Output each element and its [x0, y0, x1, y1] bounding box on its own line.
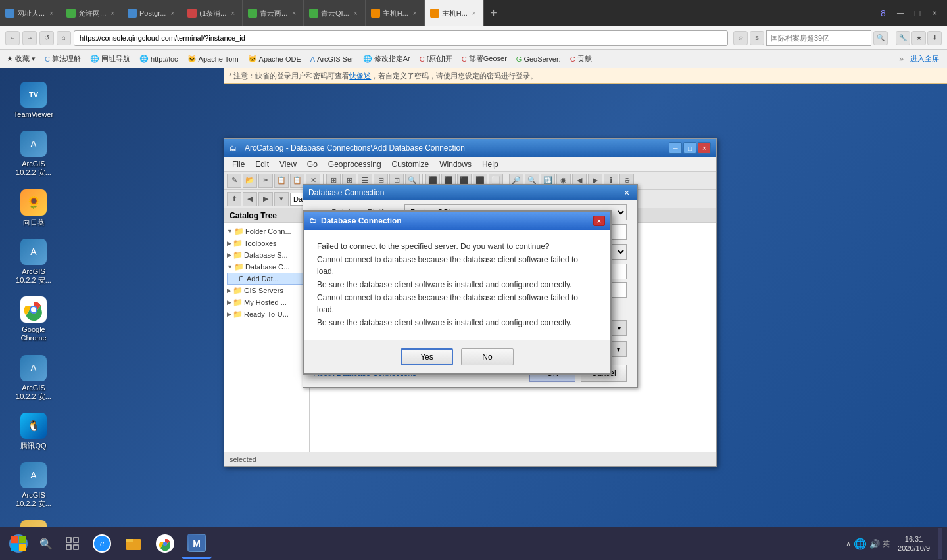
- tab-6[interactable]: 青云QI... ×: [304, 0, 366, 26]
- loc-up[interactable]: ⬆: [227, 192, 241, 206]
- taskbar-explorer[interactable]: [118, 528, 149, 559]
- system-clock[interactable]: 16:312020/10/9: [892, 532, 935, 556]
- max-btn[interactable]: □: [910, 6, 925, 20]
- security-btn[interactable]: S: [750, 31, 764, 45]
- tray-expand[interactable]: ∧: [846, 540, 851, 548]
- profile-icon[interactable]: 8: [876, 6, 890, 20]
- menu-view[interactable]: View: [274, 158, 302, 170]
- forward-btn[interactable]: →: [22, 31, 37, 45]
- menu-help[interactable]: Help: [477, 158, 504, 170]
- bookmark-xiugai[interactable]: 🌐 修改指定Ar: [359, 53, 414, 65]
- start-button[interactable]: [5, 530, 32, 557]
- tree-database-s[interactable]: ▶ 📁 Database S...: [227, 249, 306, 261]
- tab-close-6[interactable]: ×: [352, 9, 360, 18]
- error-dialog-close-btn[interactable]: ×: [593, 216, 605, 226]
- tab-2[interactable]: 允许网... ×: [61, 0, 122, 26]
- tab-4[interactable]: (1条消... ×: [182, 0, 243, 26]
- desktop-icon-teamviewer[interactable]: TV TeamViewer: [10, 79, 57, 122]
- loc-dd[interactable]: ▾: [274, 192, 289, 206]
- menu-go[interactable]: Go: [302, 158, 323, 170]
- no-button[interactable]: No: [461, 348, 514, 365]
- tools-btn[interactable]: 🔧: [896, 31, 910, 45]
- desktop-icon-chrome[interactable]: GoogleChrome: [10, 294, 57, 345]
- loc-fwd[interactable]: ▶: [258, 192, 273, 206]
- tab-close-8[interactable]: ×: [470, 9, 478, 18]
- search-input[interactable]: [766, 30, 871, 46]
- tb-open[interactable]: 📂: [243, 174, 257, 188]
- loc-back[interactable]: ◀: [243, 192, 257, 206]
- tab-close-7[interactable]: ×: [411, 9, 419, 18]
- tab-7[interactable]: 主机H... ×: [366, 0, 425, 26]
- bookmark-gongxian[interactable]: C 贡献: [566, 53, 596, 65]
- bookmark-btn[interactable]: ☆: [733, 31, 748, 45]
- bookmark-yuanchuang[interactable]: C [原创]开: [416, 53, 456, 65]
- taskbar-arcmap[interactable]: M: [182, 528, 212, 559]
- bookmark-geoserver[interactable]: G GeoServer:: [512, 54, 565, 64]
- tab-5[interactable]: 青云两... ×: [243, 0, 304, 26]
- url-input[interactable]: [74, 30, 728, 46]
- bookmark-apache-ode[interactable]: 🐱 Apache ODE: [244, 53, 305, 64]
- min-btn[interactable]: ─: [893, 6, 908, 20]
- tb-cut[interactable]: ✂: [258, 174, 273, 188]
- star-btn[interactable]: ★: [911, 31, 926, 45]
- menu-file[interactable]: File: [227, 158, 250, 170]
- taskbar-ie[interactable]: e: [87, 528, 117, 559]
- tree-database-c[interactable]: ▼ 📁 Database C...: [227, 261, 306, 273]
- download-btn[interactable]: ⬇: [927, 31, 942, 45]
- tab-8[interactable]: 主机H... ×: [425, 0, 484, 26]
- hosted-dropdown[interactable]: ▾: [611, 320, 627, 336]
- tree-add-dat[interactable]: 🗒 Add Dat...: [227, 273, 306, 285]
- bookmark-bushu[interactable]: C 部署Geoser: [458, 53, 511, 65]
- tab-close-4[interactable]: ×: [229, 9, 237, 18]
- tab-1[interactable]: 网址大... ×: [0, 0, 61, 26]
- quicklink[interactable]: 快像述: [349, 71, 371, 81]
- bookmark-apache-tom[interactable]: 🐱 Apache Tom: [183, 53, 243, 64]
- desktop-icon-arcgis1[interactable]: A ArcGIS10.2.2 安...: [10, 128, 57, 179]
- tray-lang[interactable]: 英: [883, 539, 890, 549]
- tree-toolboxes[interactable]: ▶ 📁 Toolboxes: [227, 237, 306, 249]
- search-btn[interactable]: 🔍: [873, 31, 888, 45]
- db-panel-close-btn[interactable]: ×: [621, 187, 632, 198]
- fullscreen-link[interactable]: 进入全屏: [905, 54, 944, 64]
- menu-geoprocessing[interactable]: Geoprocessing: [323, 158, 387, 170]
- tray-volume[interactable]: 🔊: [869, 539, 880, 549]
- tab-close-5[interactable]: ×: [290, 9, 298, 18]
- desktop-icon-qq[interactable]: 🐧 腾讯QQ: [10, 410, 57, 453]
- taskbar-search-btn[interactable]: 🔍: [34, 532, 58, 555]
- menu-edit[interactable]: Edit: [250, 158, 274, 170]
- close-btn[interactable]: ×: [927, 6, 942, 20]
- back-btn[interactable]: ←: [5, 31, 20, 45]
- tree-folder-conn[interactable]: ▼ 📁 Folder Conn...: [227, 225, 306, 237]
- bookmark-suanfa[interactable]: C 算法理解: [41, 53, 85, 65]
- bookmarks-more[interactable]: »: [899, 55, 904, 64]
- desktop-icon-arcgis4[interactable]: A ArcGIS10.2.2 安...: [10, 459, 57, 511]
- tb-copy[interactable]: 📋: [274, 174, 289, 188]
- desktop-icon-arcgis2[interactable]: A ArcGIS10.2.2 安...: [10, 236, 57, 287]
- tree-my-hosted[interactable]: ▶ 📁 My Hosted ...: [227, 296, 306, 308]
- tab-3[interactable]: Postgr... ×: [122, 0, 182, 26]
- desktop-icon-sunflower[interactable]: 🌻 向日葵: [10, 187, 57, 229]
- taskbar-chrome[interactable]: [150, 528, 180, 559]
- bookmark-http[interactable]: 🌐 http://loc: [135, 53, 182, 64]
- tree-gis-servers[interactable]: ▶ 📁 GIS Servers: [227, 285, 306, 296]
- refresh-btn[interactable]: ↺: [39, 31, 54, 45]
- restore-btn[interactable]: □: [683, 142, 696, 154]
- task-view-btn[interactable]: [61, 532, 84, 555]
- tab-close-2[interactable]: ×: [109, 9, 116, 18]
- home-btn[interactable]: ⌂: [57, 31, 71, 45]
- desktop-icon-arcgis3[interactable]: A ArcGIS10.2.2 安...: [10, 352, 57, 404]
- menu-customize[interactable]: Customize: [387, 158, 435, 170]
- tab-close-3[interactable]: ×: [168, 9, 176, 18]
- tray-network[interactable]: 🌐: [854, 538, 867, 550]
- show-desktop-btn[interactable]: [938, 528, 942, 559]
- db-database-dropdown[interactable]: ▾: [611, 341, 627, 357]
- close-window-btn[interactable]: ×: [698, 142, 711, 154]
- menu-windows[interactable]: Windows: [434, 158, 477, 170]
- new-tab-btn[interactable]: +: [484, 0, 504, 26]
- bookmark-favorites[interactable]: ★ 收藏 ▾: [3, 53, 39, 65]
- yes-button[interactable]: Yes: [401, 348, 453, 365]
- bookmark-nav[interactable]: 🌐 网址导航: [86, 53, 134, 65]
- tb-new[interactable]: ✎: [227, 174, 241, 188]
- bookmark-arcgis-ser[interactable]: A ArcGIS Ser: [306, 54, 358, 64]
- minimize-btn[interactable]: ─: [669, 142, 682, 154]
